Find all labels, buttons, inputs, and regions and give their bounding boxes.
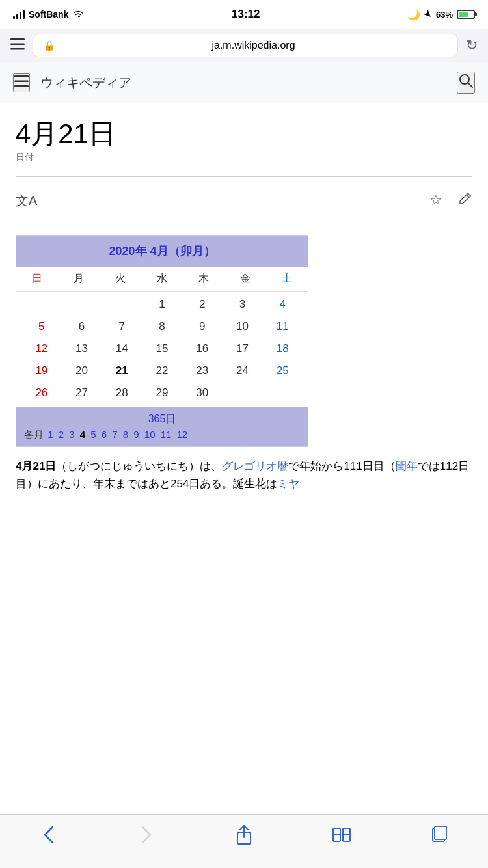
cal-date-19[interactable]: 19 — [21, 360, 62, 381]
cal-date-25[interactable]: 25 — [262, 360, 303, 381]
cal-date-28[interactable]: 28 — [102, 383, 142, 403]
cal-date-22[interactable]: 22 — [142, 360, 182, 381]
link-gregorian-2[interactable]: オ暦 — [266, 460, 288, 472]
svg-rect-15 — [435, 826, 446, 839]
link-flower[interactable]: ミヤ — [277, 478, 299, 490]
svg-rect-0 — [10, 38, 25, 40]
cal-empty — [262, 383, 303, 403]
svg-rect-4 — [14, 81, 29, 83]
browser-bar: 🔒 ja.m.wikipedia.org ↻ — [0, 29, 488, 62]
cal-date-15[interactable]: 15 — [142, 338, 182, 359]
article-toolbar: 文A ☆ — [16, 185, 472, 216]
bottom-nav — [0, 814, 488, 868]
cal-month-10[interactable]: 10 — [144, 429, 156, 441]
edit-button[interactable] — [458, 191, 472, 210]
cal-date-26[interactable]: 26 — [21, 383, 62, 403]
cal-month-11[interactable]: 11 — [161, 429, 172, 441]
do-not-disturb-icon: 🌙 — [407, 8, 420, 21]
cal-date-27[interactable]: 27 — [62, 383, 102, 403]
footer-months-label: 各月 — [24, 429, 46, 441]
cal-date-16[interactable]: 16 — [182, 338, 223, 359]
cal-date-10[interactable]: 10 — [223, 316, 263, 337]
url-bar[interactable]: 🔒 ja.m.wikipedia.org — [33, 34, 458, 57]
cal-date-4[interactable]: 4 — [262, 294, 303, 315]
cal-month-1[interactable]: 1 — [47, 429, 53, 441]
cal-date-7[interactable]: 7 — [102, 316, 142, 337]
calendar-footer-months: 各月 1 2 3 4 5 6 7 8 9 10 — [24, 429, 300, 441]
location-icon: ➤ — [422, 8, 435, 21]
cal-month-8[interactable]: 8 — [123, 429, 128, 441]
star-button[interactable]: ☆ — [429, 191, 442, 210]
day-header-thu: 木 — [183, 267, 224, 291]
cal-date-12[interactable]: 12 — [21, 338, 62, 359]
day-header-mon: 月 — [58, 267, 100, 291]
text-size-button[interactable]: 文A — [16, 192, 37, 210]
tabs-button[interactable] — [423, 822, 455, 848]
toolbar-right: ☆ — [429, 191, 472, 210]
forward-button[interactable] — [130, 822, 163, 848]
bookmarks-button[interactable] — [325, 822, 358, 848]
calendar-week-1: 1 2 3 4 — [21, 294, 303, 315]
cal-date-24[interactable]: 24 — [223, 360, 263, 381]
wiki-menu-button[interactable] — [13, 73, 30, 92]
page-content: 4月21日 日付 文A ☆ 2020年 4月（卯月） 日 月 火 水 木 金 土 — [0, 103, 488, 506]
status-left: SoftBank — [13, 9, 84, 20]
cal-date-20[interactable]: 20 — [62, 360, 102, 381]
link-leap-year[interactable]: 閏年 — [396, 460, 418, 472]
cal-month-2[interactable]: 2 — [59, 429, 64, 441]
cal-date-13[interactable]: 13 — [62, 338, 102, 359]
wiki-header-left: ウィキペディア — [13, 73, 131, 92]
calendar-footer: 365日 各月 1 2 3 4 5 6 7 8 9 — [16, 407, 308, 446]
cal-month-7[interactable]: 7 — [112, 429, 117, 441]
svg-line-7 — [468, 83, 473, 88]
divider-top — [16, 176, 472, 177]
cal-date-18[interactable]: 18 — [262, 338, 303, 359]
cal-empty — [62, 294, 102, 315]
browser-menu-button[interactable] — [10, 38, 25, 53]
cal-month-9[interactable]: 9 — [133, 429, 139, 441]
calendar-header: 2020年 4月（卯月） — [16, 236, 308, 267]
time-display: 13:12 — [232, 8, 260, 21]
calendar-grid: 日 月 火 水 木 金 土 1 2 3 4 — [16, 267, 308, 407]
article-bold: 4月21日 — [16, 460, 56, 472]
calendar-days-header: 日 月 火 水 木 金 土 — [16, 267, 308, 292]
cal-date-5[interactable]: 5 — [21, 316, 62, 337]
share-button[interactable] — [228, 822, 260, 848]
cal-month-12[interactable]: 12 — [177, 429, 188, 441]
cal-date-6[interactable]: 6 — [62, 316, 102, 337]
cal-month-4[interactable]: 4 — [80, 429, 85, 441]
cal-date-2[interactable]: 2 — [182, 294, 223, 315]
cal-empty — [223, 383, 263, 403]
cal-month-5[interactable]: 5 — [90, 429, 96, 441]
calendar-footer-days: 365日 — [24, 413, 300, 426]
cal-date-8[interactable]: 8 — [142, 316, 182, 337]
cal-date-30[interactable]: 30 — [182, 383, 223, 403]
lock-icon: 🔒 — [44, 40, 55, 51]
cal-date-17[interactable]: 17 — [223, 338, 263, 359]
cal-month-3[interactable]: 3 — [69, 429, 74, 441]
refresh-button[interactable]: ↻ — [466, 37, 478, 54]
day-header-sun: 日 — [16, 267, 58, 291]
cal-empty — [21, 294, 62, 315]
cal-month-6[interactable]: 6 — [102, 429, 107, 441]
day-header-tue: 火 — [100, 267, 141, 291]
cal-date-3[interactable]: 3 — [223, 294, 263, 315]
link-gregorian-1[interactable]: グレゴリ — [222, 460, 266, 472]
article-subtitle: 日付 — [16, 152, 472, 163]
status-right: 🌙 ➤ 63% — [407, 8, 475, 21]
cal-date-21-today[interactable]: 21 — [102, 360, 142, 381]
wiki-search-button[interactable] — [457, 72, 475, 94]
cal-date-1[interactable]: 1 — [142, 294, 182, 315]
calendar-week-4: 19 20 21 22 23 24 25 — [21, 360, 303, 381]
battery-fill — [459, 12, 468, 17]
divider-bottom — [16, 224, 472, 224]
cal-date-29[interactable]: 29 — [142, 383, 182, 403]
cal-date-23[interactable]: 23 — [182, 360, 223, 381]
cal-date-14[interactable]: 14 — [102, 338, 142, 359]
cal-date-9[interactable]: 9 — [182, 316, 223, 337]
cal-empty — [102, 294, 142, 315]
cal-date-11[interactable]: 11 — [262, 316, 303, 337]
wiki-title: ウィキペディア — [40, 74, 131, 92]
status-bar: SoftBank 13:12 🌙 ➤ 63% — [0, 0, 488, 29]
back-button[interactable] — [33, 822, 65, 848]
